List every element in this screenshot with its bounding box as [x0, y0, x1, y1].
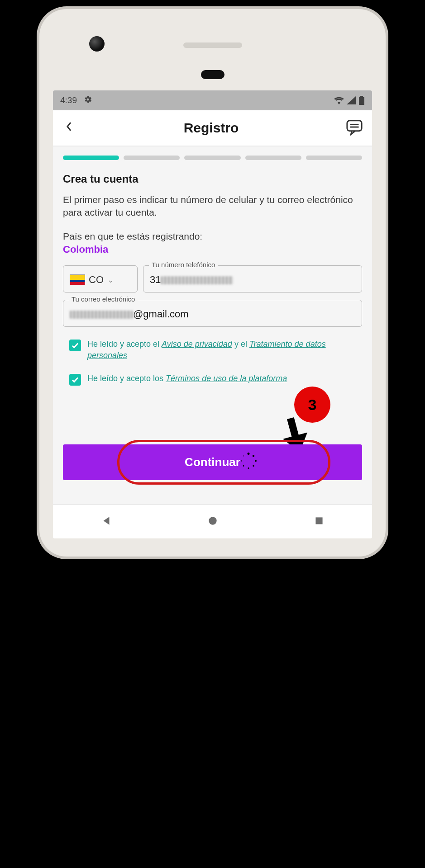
camera-dot — [89, 36, 105, 52]
continue-label: Continuar — [185, 455, 240, 469]
cta-area: 3 Continuar — [63, 444, 362, 480]
redacted-phone — [161, 276, 233, 284]
status-time: 4:39 — [60, 95, 77, 105]
redacted-email — [70, 311, 133, 319]
consent-terms-checkbox[interactable] — [69, 374, 81, 386]
page-title: Registro — [184, 120, 239, 136]
battery-icon — [358, 96, 365, 105]
status-bar: 4:39 — [53, 90, 372, 110]
wifi-icon — [334, 96, 344, 104]
section-title: Crea tu cuenta — [63, 173, 362, 185]
svg-rect-2 — [347, 121, 362, 131]
svg-point-10 — [243, 465, 244, 467]
progress-bar — [63, 156, 362, 160]
chevron-down-icon: ⌄ — [107, 275, 114, 285]
content-area: Crea tu cuenta El primer paso es indicar… — [53, 146, 372, 494]
country-code-select[interactable]: CO ⌄ — [63, 265, 138, 292]
consent-terms-prefix: He leído y acepto los — [87, 374, 166, 383]
email-suffix: @gmail.com — [133, 308, 189, 320]
consent-terms-row: He leído y acepto los Términos de uso de… — [69, 373, 362, 386]
phone-field[interactable]: Tu número telefónico 31 — [143, 265, 362, 292]
country-label: País en que te estás registrando: — [63, 231, 362, 242]
link-terms-of-use[interactable]: Términos de uso de la plataforma — [166, 374, 287, 383]
progress-step-1 — [63, 156, 119, 160]
progress-step-3 — [184, 156, 240, 160]
consent-privacy-middle: y el — [232, 340, 249, 349]
svg-rect-1 — [359, 97, 364, 105]
continue-button[interactable]: Continuar — [63, 444, 362, 480]
loading-spinner-icon — [239, 452, 258, 473]
svg-point-11 — [241, 460, 242, 461]
pill-sensor — [201, 70, 224, 79]
chat-icon[interactable] — [346, 118, 363, 137]
nav-recent-icon[interactable] — [313, 515, 325, 527]
app-header: Registro — [53, 110, 372, 146]
gear-icon — [83, 95, 92, 106]
svg-point-6 — [253, 455, 254, 457]
svg-point-7 — [255, 460, 257, 462]
phone-prefix: 31 — [150, 274, 161, 285]
speaker-slot — [183, 42, 242, 48]
android-nav-bar — [53, 505, 372, 538]
consent-privacy-prefix: He leído y acepto el — [87, 340, 162, 349]
country-code-label: CO — [89, 274, 104, 286]
svg-point-13 — [209, 517, 216, 524]
svg-point-12 — [243, 455, 244, 456]
screen: 4:39 Registro — [53, 90, 372, 538]
consent-privacy-row: He leído y acepto el Aviso de privacidad… — [69, 339, 362, 361]
email-label: Tu correo electrónico — [69, 295, 138, 303]
progress-step-5 — [306, 156, 362, 160]
phone-label: Tu número telefónico — [149, 261, 218, 269]
phone-frame: 4:39 Registro — [39, 9, 386, 557]
svg-point-5 — [247, 453, 249, 455]
link-privacy-notice[interactable]: Aviso de privacidad — [162, 340, 232, 349]
svg-rect-0 — [360, 96, 363, 97]
country-value: Colombia — [63, 244, 362, 255]
section-description: El primer paso es indicar tu número de c… — [63, 193, 362, 219]
back-button[interactable] — [62, 119, 76, 137]
email-field[interactable]: Tu correo electrónico @gmail.com — [63, 300, 362, 327]
cellular-icon — [347, 96, 356, 104]
progress-step-2 — [124, 156, 180, 160]
flag-colombia-icon — [70, 274, 85, 285]
nav-home-icon[interactable] — [207, 515, 219, 527]
progress-step-4 — [245, 156, 301, 160]
svg-point-9 — [248, 467, 249, 468]
svg-point-8 — [253, 465, 254, 467]
svg-rect-14 — [315, 517, 322, 524]
consent-privacy-checkbox[interactable] — [69, 340, 81, 351]
nav-back-icon[interactable] — [100, 515, 112, 527]
